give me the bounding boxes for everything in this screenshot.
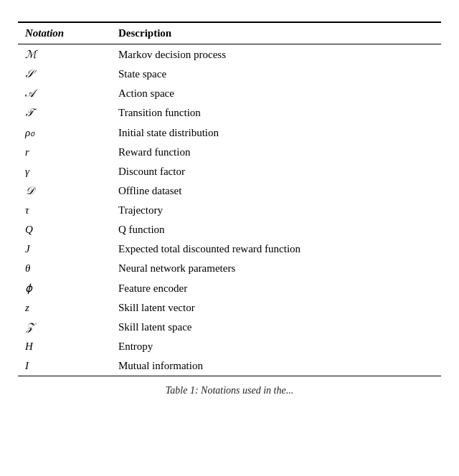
description-cell: Skill latent space	[111, 318, 441, 337]
table-header-row: Notation Description	[18, 22, 441, 44]
notation-cell: z	[18, 298, 111, 318]
description-cell: Discount factor	[111, 162, 441, 181]
table-row: γDiscount factor	[18, 162, 441, 181]
table-row: JExpected total discounted reward functi…	[18, 239, 441, 259]
table-row: 𝒵Skill latent space	[18, 318, 441, 337]
notation-cell: J	[18, 239, 111, 259]
table-row: ϕFeature encoder	[18, 278, 441, 298]
description-cell: Offline dataset	[111, 181, 441, 201]
table-row: 𝒟Offline dataset	[18, 181, 441, 201]
notation-cell: 𝒯	[18, 103, 111, 123]
notation-cell: θ	[18, 259, 111, 278]
notation-cell: r	[18, 143, 111, 162]
notation-cell: 𝒜	[18, 84, 111, 103]
description-cell: Trajectory	[111, 201, 441, 220]
header-notation: Notation	[18, 22, 111, 44]
notation-table-container: Notation Description ℳMarkov decision pr…	[18, 22, 441, 396]
table-row: 𝒮State space	[18, 65, 441, 84]
table-row: ℳMarkov decision process	[18, 44, 441, 65]
notation-cell: 𝒮	[18, 65, 111, 84]
table-caption: Table 1: Notations used in the...	[18, 385, 441, 396]
description-cell: Feature encoder	[111, 278, 441, 298]
table-row: rReward function	[18, 143, 441, 162]
table-row: θNeural network parameters	[18, 259, 441, 278]
description-cell: Q function	[111, 220, 441, 239]
header-description: Description	[111, 22, 441, 44]
notation-cell: τ	[18, 201, 111, 220]
notation-cell: I	[18, 356, 111, 376]
description-cell: Mutual information	[111, 356, 441, 376]
description-cell: Action space	[111, 84, 441, 103]
table-row: IMutual information	[18, 356, 441, 376]
description-cell: State space	[111, 65, 441, 84]
description-cell: Reward function	[111, 143, 441, 162]
table-row: zSkill latent vector	[18, 298, 441, 318]
table-row: QQ function	[18, 220, 441, 239]
notation-cell: Q	[18, 220, 111, 239]
table-row: 𝒜Action space	[18, 84, 441, 103]
notation-cell: 𝒵	[18, 318, 111, 337]
description-cell: Transition function	[111, 103, 441, 123]
description-cell: Neural network parameters	[111, 259, 441, 278]
table-row: τTrajectory	[18, 201, 441, 220]
notation-cell: ℳ	[18, 44, 111, 65]
description-cell: Initial state distribution	[111, 123, 441, 143]
description-cell: Skill latent vector	[111, 298, 441, 318]
description-cell: Expected total discounted reward functio…	[111, 239, 441, 259]
notation-cell: ρ₀	[18, 123, 111, 143]
table-row: 𝒯Transition function	[18, 103, 441, 123]
table-row: ρ₀Initial state distribution	[18, 123, 441, 143]
notation-cell: H	[18, 337, 111, 356]
description-cell: Entropy	[111, 337, 441, 356]
description-cell: Markov decision process	[111, 44, 441, 65]
notation-cell: ϕ	[18, 278, 111, 298]
table-row: HEntropy	[18, 337, 441, 356]
notation-cell: γ	[18, 162, 111, 181]
notation-cell: 𝒟	[18, 181, 111, 201]
notation-table: Notation Description ℳMarkov decision pr…	[18, 22, 441, 376]
